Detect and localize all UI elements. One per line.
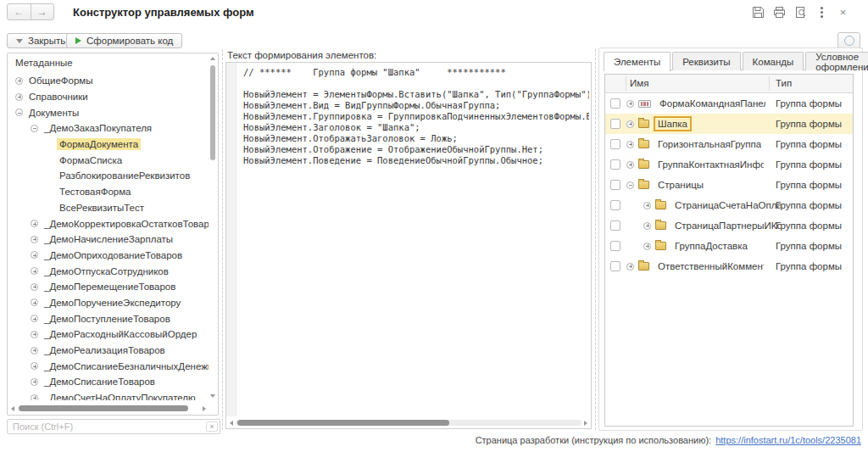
tree-item[interactable]: ТестоваяФорма <box>8 184 209 200</box>
tree-item[interactable]: Документы <box>8 104 209 120</box>
expand-icon[interactable] <box>626 100 634 108</box>
scrollbar-thumb[interactable] <box>210 65 215 160</box>
more-icon[interactable] <box>815 6 828 19</box>
tree-item[interactable]: ВсеРеквизитыТест <box>8 200 209 216</box>
folder-icon <box>655 221 666 230</box>
tree-item[interactable]: _ДемоРеализацияТоваров <box>8 343 209 359</box>
row-checkbox[interactable] <box>610 119 620 129</box>
close-button[interactable]: Закрыть <box>7 33 75 48</box>
table-row[interactable]: ГруппаКонтактнаяИнформацияГруппа формы <box>605 154 853 175</box>
scroll-right-icon[interactable] <box>584 421 587 426</box>
tree-item[interactable]: _ДемоСчетНаОплатуПокупателю <box>8 390 209 400</box>
collapse-icon[interactable] <box>15 109 23 116</box>
record-circle-button[interactable] <box>837 32 860 49</box>
splitter-left[interactable] <box>222 49 223 430</box>
table-row[interactable]: ОтветственныйКомментарийГруппа формы <box>605 256 853 276</box>
dev-page-link[interactable]: https://infostart.ru/1c/tools/2235081 <box>715 435 861 445</box>
tab-elements[interactable]: Элементы <box>604 52 670 71</box>
table-row[interactable]: ФормаКоманднаяПанельГруппа формы <box>605 93 853 114</box>
tree-item[interactable]: _ДемоОтпускаСотрудников <box>8 263 209 279</box>
tree-item[interactable]: ОбщиеФормы <box>8 73 209 89</box>
tree-item[interactable]: _ДемоОприходованиеТоваров <box>8 248 209 264</box>
table-row[interactable]: ГруппаДоставкаГруппа формы <box>605 236 853 256</box>
tree-item[interactable]: РазблокированиеРеквизитов <box>8 168 209 184</box>
row-checkbox[interactable] <box>610 180 620 190</box>
expand-icon[interactable] <box>31 362 38 370</box>
scrollbar-thumb[interactable] <box>19 405 188 411</box>
close-icon[interactable]: × <box>837 6 849 19</box>
forward-button[interactable]: → <box>31 4 54 20</box>
scroll-left-icon[interactable] <box>230 421 233 426</box>
scrollbar-thumb[interactable] <box>237 420 449 426</box>
tree-item[interactable]: _ДемоСписаниеТоваров <box>8 374 209 390</box>
tree-item[interactable]: _ДемоПеремещениеТоваров <box>8 279 209 295</box>
expand-icon[interactable] <box>643 222 651 230</box>
page-title: Конструктор управляемых форм <box>73 6 254 19</box>
tree-item[interactable]: _ДемоКорректировкаОстатковТоваровВМестах… <box>8 215 209 232</box>
scroll-down-icon[interactable] <box>210 394 215 398</box>
row-checkbox[interactable] <box>610 200 620 210</box>
tree-item[interactable]: _ДемоЗаказПокупателя <box>8 120 209 137</box>
tab-attributes[interactable]: Реквизиты <box>672 52 740 70</box>
expand-icon[interactable] <box>626 141 634 148</box>
back-button[interactable]: ← <box>8 4 31 20</box>
collapse-icon[interactable] <box>626 181 634 189</box>
expand-icon[interactable] <box>31 315 38 322</box>
tree-item[interactable]: ФормаДокумента <box>8 137 209 153</box>
print-icon[interactable] <box>773 6 786 19</box>
expand-icon[interactable] <box>31 236 38 243</box>
expand-icon[interactable] <box>15 77 23 85</box>
table-row[interactable]: СтраницыГруппа формы <box>605 175 853 195</box>
table-row[interactable]: СтраницаПартнерыИКонтактн...Группа формы <box>605 215 853 236</box>
search-input[interactable] <box>11 420 199 433</box>
tree-item[interactable]: _ДемоПоручениеЭкспедитору <box>8 295 209 311</box>
expand-icon[interactable] <box>31 378 38 386</box>
splitter-right[interactable] <box>595 49 596 430</box>
tree-item[interactable]: Справочники <box>8 89 209 105</box>
table-row[interactable]: ШапкаГруппа формы <box>605 114 853 134</box>
expand-icon[interactable] <box>31 331 38 338</box>
row-checkbox[interactable] <box>610 139 620 149</box>
metadata-horizontal-scrollbar[interactable] <box>10 405 207 412</box>
collapse-icon[interactable] <box>31 125 38 132</box>
tree-item[interactable]: ФормаСписка <box>8 152 209 168</box>
scroll-right-icon[interactable] <box>203 406 206 411</box>
row-checkbox[interactable] <box>610 241 620 251</box>
code-horizontal-scrollbar[interactable] <box>229 419 588 427</box>
metadata-panel: Метаданные ОбщиеФормыСправочникиДокумент… <box>7 53 219 416</box>
expand-icon[interactable] <box>31 347 38 354</box>
tab-conditional-appearance[interactable]: Условное оформление <box>805 52 868 70</box>
tree-item[interactable]: _ДемоСписаниеБезналичныхДенежныхСредств <box>8 358 209 374</box>
expand-icon[interactable] <box>626 120 634 128</box>
row-checkbox[interactable] <box>610 159 620 170</box>
scroll-up-icon[interactable] <box>210 57 215 60</box>
tree-item[interactable]: _ДемоНачислениеЗарплаты <box>8 232 209 248</box>
preview-icon[interactable] <box>794 6 807 19</box>
table-row[interactable]: СтраницаСчетаНаОплатуГруппа формы <box>605 195 853 215</box>
expand-icon[interactable] <box>15 93 23 101</box>
tree-item-label: Документы <box>26 107 81 119</box>
expand-icon[interactable] <box>31 220 38 227</box>
tree-item[interactable]: _ДемоПоступлениеТоваров <box>8 310 209 326</box>
metadata-vertical-scrollbar[interactable] <box>209 55 216 399</box>
expand-icon[interactable] <box>31 283 38 291</box>
search-clear-icon[interactable]: × <box>206 421 218 432</box>
tree-item[interactable]: _ДемоРасходныйКассовыйОрдер <box>8 326 209 343</box>
expand-icon[interactable] <box>31 299 38 306</box>
row-checkbox[interactable] <box>610 220 620 231</box>
generate-code-button[interactable]: Сформировать код <box>66 33 182 48</box>
code-editor[interactable]: // ****** Группа формы "Шапка" *********… <box>243 67 589 415</box>
expand-icon[interactable] <box>626 263 634 271</box>
expand-icon[interactable] <box>626 161 634 169</box>
expand-icon[interactable] <box>31 394 38 400</box>
row-checkbox[interactable] <box>610 261 620 271</box>
tab-commands[interactable]: Команды <box>743 52 804 70</box>
table-row[interactable]: ГоризонтальнаяГруппаГруппа формы <box>605 134 853 154</box>
expand-icon[interactable] <box>643 243 651 250</box>
save-icon[interactable] <box>752 6 765 19</box>
row-checkbox[interactable] <box>610 98 620 109</box>
expand-icon[interactable] <box>31 251 38 259</box>
expand-icon[interactable] <box>31 267 38 275</box>
expand-icon[interactable] <box>643 202 651 209</box>
scroll-left-icon[interactable] <box>11 406 14 411</box>
